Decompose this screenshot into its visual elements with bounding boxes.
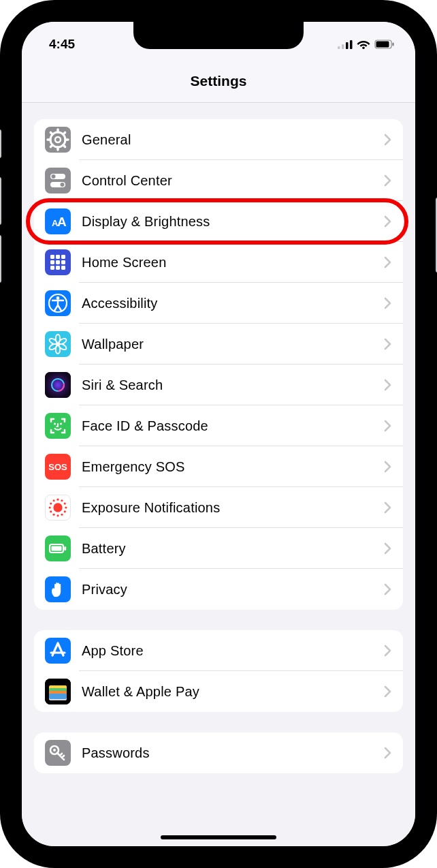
svg-point-50 <box>64 510 66 512</box>
svg-point-55 <box>49 506 51 508</box>
row-label: Display & Brightness <box>82 214 384 230</box>
row-label: App Store <box>82 643 384 659</box>
row-faceid-passcode[interactable]: Face ID & Passcode <box>34 405 403 446</box>
svg-point-52 <box>56 514 59 516</box>
side-button-silent <box>0 129 1 158</box>
svg-rect-25 <box>56 255 60 259</box>
row-accessibility[interactable]: Accessibility <box>34 283 403 324</box>
notch <box>133 22 304 49</box>
siri-icon <box>45 372 71 398</box>
side-button-volup <box>0 177 1 225</box>
row-label: Siri & Search <box>82 377 384 393</box>
row-label: Accessibility <box>82 296 384 311</box>
status-icons <box>338 40 395 49</box>
row-battery[interactable]: Battery <box>34 528 403 569</box>
svg-point-56 <box>50 502 52 504</box>
settings-list[interactable]: GeneralControl CenterAADisplay & Brightn… <box>22 103 415 846</box>
status-time: 4:45 <box>49 37 75 52</box>
row-label: Home Screen <box>82 255 384 270</box>
row-exposure-notifs[interactable]: Exposure Notifications <box>34 487 403 528</box>
svg-text:A: A <box>57 215 67 229</box>
chevron-right-icon <box>384 501 392 514</box>
row-siri-search[interactable]: Siri & Search <box>34 365 403 405</box>
chevron-right-icon <box>384 379 392 391</box>
svg-line-11 <box>63 145 65 147</box>
svg-point-19 <box>52 174 56 179</box>
svg-point-45 <box>54 422 56 424</box>
row-general[interactable]: General <box>34 119 403 160</box>
chevron-right-icon <box>384 174 392 187</box>
svg-rect-32 <box>61 266 65 270</box>
exposure-icon <box>45 495 71 521</box>
row-passwords[interactable]: Passwords <box>34 732 403 773</box>
svg-rect-27 <box>50 260 54 264</box>
textsize-icon: AA <box>45 208 71 234</box>
chevron-right-icon <box>384 645 392 657</box>
battery-icon <box>45 536 71 561</box>
row-app-store[interactable]: App Store <box>34 630 403 671</box>
chevron-right-icon <box>384 747 392 759</box>
page-title: Settings <box>191 73 247 89</box>
wifi-icon <box>357 40 370 49</box>
chevron-right-icon <box>384 215 392 228</box>
home-indicator[interactable] <box>161 835 276 839</box>
row-control-center[interactable]: Control Center <box>34 160 403 201</box>
key-icon <box>45 740 71 766</box>
svg-point-4 <box>362 46 365 49</box>
svg-rect-68 <box>49 694 67 699</box>
svg-rect-30 <box>50 266 54 270</box>
row-wallet-applepay[interactable]: Wallet & Apple Pay <box>34 671 403 712</box>
svg-rect-24 <box>50 255 54 259</box>
chevron-right-icon <box>384 134 392 146</box>
svg-text:SOS: SOS <box>48 462 67 472</box>
faceid-icon <box>45 413 71 439</box>
row-display-brightness[interactable]: AADisplay & Brightness <box>34 201 403 242</box>
screen: 4:45 <box>15 15 422 853</box>
row-label: Passwords <box>82 745 384 761</box>
row-label: Wallet & Apple Pay <box>82 684 384 700</box>
row-label: Exposure Notifications <box>82 500 384 516</box>
chevron-right-icon <box>384 256 392 268</box>
row-label: Wallpaper <box>82 337 384 352</box>
row-label: Control Center <box>82 173 384 189</box>
svg-rect-7 <box>392 42 393 46</box>
svg-rect-2 <box>346 42 349 49</box>
row-emergency-sos[interactable]: SOSEmergency SOS <box>34 446 403 487</box>
row-privacy[interactable]: Privacy <box>34 569 403 610</box>
svg-rect-3 <box>350 40 353 49</box>
svg-rect-1 <box>342 44 344 49</box>
settings-group: GeneralControl CenterAADisplay & Brightn… <box>34 119 403 610</box>
chevron-right-icon <box>384 542 392 555</box>
chevron-right-icon <box>384 583 392 595</box>
svg-line-17 <box>63 132 65 134</box>
nav-header: Settings <box>22 59 415 103</box>
row-label: Battery <box>82 541 384 557</box>
svg-point-60 <box>64 502 66 504</box>
settings-group: App StoreWallet & Apple Pay <box>34 630 403 712</box>
row-label: Face ID & Passcode <box>82 418 384 434</box>
battery-icon <box>374 40 395 49</box>
svg-rect-0 <box>338 46 340 49</box>
hand-icon <box>45 576 71 602</box>
accessibility-icon <box>45 290 71 316</box>
row-wallpaper[interactable]: Wallpaper <box>34 324 403 365</box>
chevron-right-icon <box>384 338 392 350</box>
row-label: General <box>82 132 384 148</box>
svg-point-70 <box>53 749 56 751</box>
row-home-screen[interactable]: Home Screen <box>34 242 403 283</box>
grid-icon <box>45 249 71 275</box>
svg-rect-29 <box>61 260 65 264</box>
svg-point-48 <box>53 503 62 512</box>
svg-rect-63 <box>64 546 66 551</box>
svg-point-58 <box>56 499 59 501</box>
flower-icon <box>45 331 71 357</box>
svg-point-51 <box>61 514 63 516</box>
row-label: Privacy <box>82 582 384 598</box>
cellular-icon <box>338 40 353 49</box>
svg-point-41 <box>56 342 59 345</box>
svg-rect-42 <box>45 372 71 398</box>
chevron-right-icon <box>384 461 392 473</box>
svg-point-54 <box>50 510 52 512</box>
gear-icon <box>45 127 71 153</box>
row-label: Emergency SOS <box>82 459 384 475</box>
